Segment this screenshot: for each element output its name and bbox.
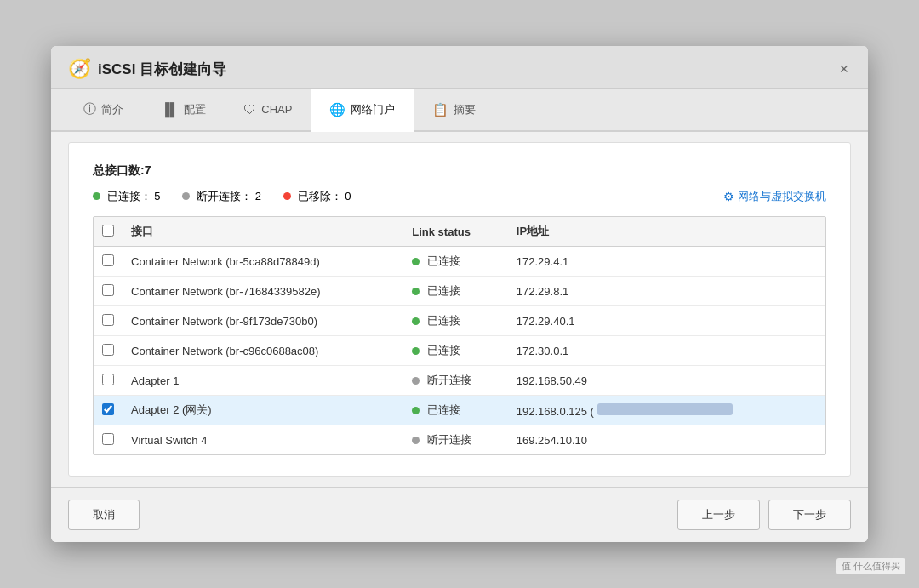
row-interface-name: Adapter 1 [123,366,403,396]
status-text-5: 断开连接 [427,373,471,388]
connected-label: 已连接： [107,190,151,203]
row-checkbox-cell [94,336,123,366]
table-row: Container Network (br-71684339582e)已连接17… [94,277,825,306]
header-interface: 接口 [123,217,403,247]
wizard-icon: 🧭 [68,58,91,80]
row-interface-name: Container Network (br-71684339582e) [123,277,403,306]
tab-chap[interactable]: 🛡 CHAP [225,89,311,132]
network-switch-icon: ⚙ [723,190,734,203]
close-button[interactable]: ✕ [837,62,851,76]
footer-right: 上一步 下一步 [677,500,851,530]
row-checkbox-3[interactable] [102,314,114,326]
status-dot-3 [412,317,420,325]
row-checkbox-cell [94,306,123,336]
row-ip: 172.29.4.1 [508,247,825,277]
row-link-status: 已连接 [403,277,508,306]
cancel-button[interactable]: 取消 [68,500,140,530]
table-row: Adapter 2 (网关)已连接192.168.0.125 ( ███████… [94,396,825,425]
row-checkbox-cell [94,366,123,396]
total-count: 总接口数:7 [93,163,826,179]
row-interface-name: Adapter 2 (网关) [123,396,403,425]
row-link-status: 断开连接 [403,425,508,455]
tab-intro[interactable]: ⓘ 简介 [65,89,142,132]
row-ip: 192.168.0.125 ( ████████████████ [508,396,825,425]
row-checkbox-cell [94,425,123,455]
header-link-status: Link status [403,217,508,247]
tab-summary[interactable]: 📋 摘要 [414,89,494,132]
status-dot-7 [412,437,420,444]
watermark: 值 什么值得买 [836,558,905,574]
header-ip: IP地址 [508,217,825,247]
dialog: 🧭 iSCSI 目标创建向导 ✕ ⓘ 简介 ▐▌ 配置 🛡 CHAP 🌐 网络门… [51,46,868,542]
row-interface-name: Container Network (br-5ca88d78849d) [123,247,403,277]
row-ip: 169.254.10.10 [508,425,825,455]
status-bar: 已连接： 5 断开连接： 2 已移除： 0 ⚙ 网络与虚拟交换机 [93,189,826,204]
tab-network[interactable]: 🌐 网络门户 [311,89,414,132]
row-checkbox-cell [94,277,123,306]
table-row: Container Network (br-c96c0688ac08)已连接17… [94,336,825,366]
row-checkbox-6[interactable] [102,403,114,415]
row-interface-name: Container Network (br-c96c0688ac08) [123,336,403,366]
row-checkbox-cell [94,396,123,425]
tab-config-label: 配置 [184,102,206,117]
table-row: Container Network (br-9f173de730b0)已连接17… [94,306,825,336]
removed-dot [283,192,291,200]
connected-dot [93,192,100,200]
title-bar: 🧭 iSCSI 目标创建向导 ✕ [51,46,868,89]
removed-label: 已移除： [298,190,342,203]
disconnected-status: 断开连接： 2 [182,189,260,204]
status-text-2: 已连接 [427,283,460,299]
removed-status: 已移除： 0 [283,189,351,204]
next-button[interactable]: 下一步 [768,500,851,530]
status-dot-6 [412,407,420,414]
network-switch-label: 网络与虚拟交换机 [738,189,826,204]
table-row: Virtual Switch 4断开连接169.254.10.10 [94,425,825,455]
summary-icon: 📋 [432,102,448,117]
row-link-status: 已连接 [403,247,508,277]
network-switch-link[interactable]: ⚙ 网络与虚拟交换机 [723,189,826,204]
row-ip: 172.29.8.1 [508,277,825,306]
footer: 取消 上一步 下一步 [51,487,868,542]
status-text-4: 已连接 [427,343,460,358]
connected-count: 5 [154,190,160,203]
table-header-row: 接口 Link status IP地址 [94,217,825,247]
chap-icon: 🛡 [243,102,256,117]
status-dot-2 [412,288,420,295]
row-checkbox-5[interactable] [102,374,114,385]
prev-button[interactable]: 上一步 [677,500,760,530]
blurred-ip: ████████████████ [597,403,733,415]
network-icon: 🌐 [329,102,345,117]
select-all-checkbox[interactable] [102,225,114,237]
tab-config[interactable]: ▐▌ 配置 [142,89,225,132]
row-link-status: 已连接 [403,396,508,425]
row-checkbox-1[interactable] [102,254,114,266]
status-text-6: 已连接 [427,402,460,418]
config-icon: ▐▌ [161,102,179,117]
row-checkbox-cell [94,247,123,277]
row-ip: 192.168.50.49 [508,366,825,396]
intro-icon: ⓘ [83,101,96,117]
status-dot-5 [412,377,420,385]
removed-count: 0 [345,190,351,203]
status-dot-4 [412,347,420,355]
tab-chap-label: CHAP [261,103,292,116]
row-interface-name: Container Network (br-9f173de730b0) [123,306,403,336]
interface-table-container: 接口 Link status IP地址 Container Network (b… [93,216,826,455]
row-link-status: 已连接 [403,336,508,366]
status-text-1: 已连接 [427,254,460,269]
row-ip: 172.30.0.1 [508,336,825,366]
status-dot-1 [412,258,420,265]
row-checkbox-7[interactable] [102,433,114,445]
row-link-status: 断开连接 [403,366,508,396]
title-bar-left: 🧭 iSCSI 目标创建向导 [68,58,226,80]
status-text-3: 已连接 [427,313,460,328]
row-checkbox-4[interactable] [102,344,114,356]
tab-intro-label: 简介 [101,102,123,117]
status-items: 已连接： 5 断开连接： 2 已移除： 0 [93,189,351,204]
table-row: Adapter 1断开连接192.168.50.49 [94,366,825,396]
row-ip: 172.29.40.1 [508,306,825,336]
connected-status: 已连接： 5 [93,189,160,204]
table-row: Container Network (br-5ca88d78849d)已连接17… [94,247,825,277]
tabs-bar: ⓘ 简介 ▐▌ 配置 🛡 CHAP 🌐 网络门户 📋 摘要 [51,89,868,132]
row-checkbox-2[interactable] [102,284,114,296]
